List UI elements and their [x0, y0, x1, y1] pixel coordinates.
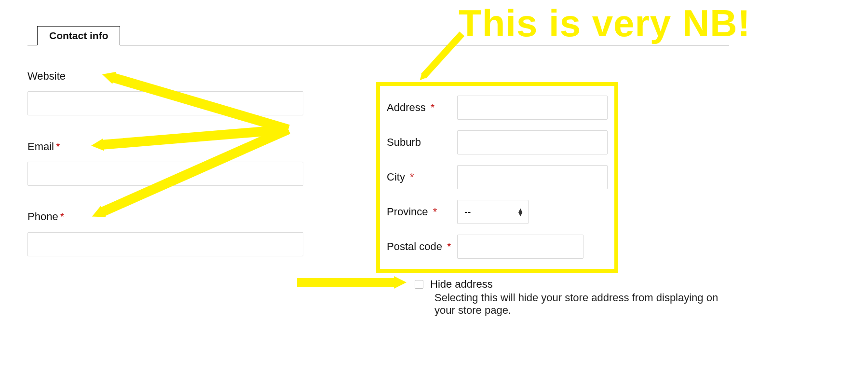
required-star: * [60, 210, 65, 223]
city-label: City * [387, 171, 457, 183]
tab-contact-info[interactable]: Contact info [37, 26, 120, 45]
postal-input[interactable] [457, 235, 583, 259]
website-input[interactable] [27, 91, 303, 115]
website-label: Website [27, 70, 66, 83]
province-select[interactable]: -- [457, 200, 529, 224]
annotation-text: This is very NB! [459, 1, 751, 45]
hide-address-description: Selecting this will hide your store addr… [434, 292, 729, 317]
suburb-input[interactable] [457, 130, 608, 154]
tab-label: Contact info [49, 30, 108, 42]
email-label: Email* [27, 140, 60, 153]
required-star: * [56, 140, 60, 153]
phone-label: Phone* [27, 210, 64, 223]
address-highlight-box: Address * Suburb City * Province * -- [376, 82, 618, 273]
postal-label: Postal code * [387, 240, 457, 253]
suburb-label: Suburb [387, 136, 457, 149]
province-label: Province * [387, 206, 457, 218]
arrow-to-email [101, 129, 288, 145]
email-input[interactable] [27, 162, 303, 186]
address-input[interactable] [457, 96, 608, 120]
city-input[interactable] [457, 165, 608, 189]
address-label: Address * [387, 101, 457, 114]
hide-address-checkbox[interactable] [415, 280, 423, 289]
phone-input[interactable] [27, 232, 303, 256]
hide-address-label: Hide address [430, 278, 493, 291]
